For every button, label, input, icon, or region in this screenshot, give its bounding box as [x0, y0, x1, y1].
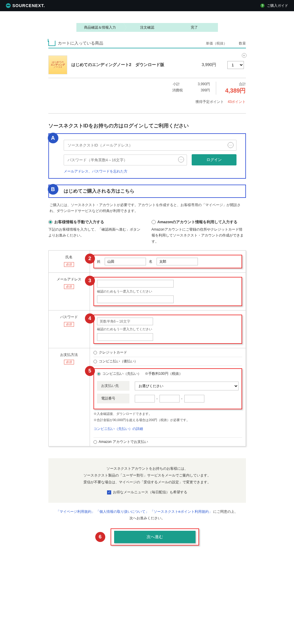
key-icon: ⋯	[178, 157, 184, 162]
login-section-title: ソースネクストIDをお持ちの方はログインしてご利用ください	[48, 122, 246, 129]
logo-icon	[6, 3, 11, 8]
first-purchase-desc: ご購入には、ソースネクスト・アカウントが必要です。アカウントを作成すると、お客様…	[48, 202, 246, 214]
step-badge-6: 6	[95, 532, 105, 542]
agree-tail: にご同意の上、	[213, 510, 238, 514]
login-box: A ⋯ ⋯ ログイン メールアドレス、パスワードを忘れた方	[48, 133, 246, 179]
cart-icon	[48, 41, 55, 46]
step-badge-5: 5	[85, 366, 95, 376]
amazon-radio[interactable]: Amazonのアカウント情報を利用して入力する	[152, 219, 246, 225]
progress-steps: 商品確認＆情報入力 注文確認 完了	[76, 23, 218, 32]
terms-mypage-link[interactable]: 「マイページ利用規約」	[56, 510, 95, 514]
subtotal-value: 3,990円	[198, 82, 210, 87]
pay-credit-label: クレジットカード	[99, 350, 127, 355]
pay-note-1: ※入金確認後、ダウンロードできます。	[93, 412, 242, 416]
payment-label: お支払方法	[52, 352, 86, 357]
required-tag: 必須	[64, 262, 74, 267]
radio-icon	[93, 360, 97, 363]
step-1: 商品確認＆情報入力	[76, 23, 124, 32]
pw-confirm-input[interactable]	[97, 333, 153, 341]
phone-sep: -	[181, 397, 183, 401]
col-qty-label: 数量	[239, 41, 246, 46]
mei-input[interactable]	[157, 258, 198, 265]
total-label: 合計	[225, 82, 246, 87]
pay-conv-post-option[interactable]: コンビニ払い（後払い）	[93, 357, 242, 366]
radio-icon	[152, 220, 156, 224]
agreement-line: 「マイページ利用規約」 「個人情報の取り扱いについて」 「ソースネクストeポイン…	[48, 509, 246, 521]
login-button[interactable]: ログイン	[192, 154, 236, 165]
mail-info-box: ソースネクストアカウントをお持ちのお客様には、 ソースネクスト製品の「ユーザー割…	[48, 458, 246, 503]
product-unit-price: 3,990円	[193, 62, 225, 68]
remove-item-button[interactable]: ×	[242, 53, 247, 58]
key-icon: ⋯	[228, 142, 234, 148]
email-input[interactable]	[97, 280, 174, 288]
pay-note-2: ※合計金額が30,000円を超える場合は200円（税抜）が必要です。	[93, 418, 242, 422]
phone-input-1[interactable]	[135, 395, 155, 402]
radio-icon	[97, 372, 101, 376]
pay-credit-option[interactable]: クレジットカード	[93, 348, 242, 357]
total-value: 4,389円	[225, 87, 246, 95]
name-highlight: 姓 名	[93, 255, 242, 268]
pay-amazon-option[interactable]: Amazon アカウントでお支払い	[93, 437, 242, 446]
points-label: 獲得予定ポイント	[196, 100, 224, 104]
pw-label: パスワード	[52, 315, 86, 320]
amazon-radio-desc: Amazonアカウントにご登録の住所やクレジットカード情報を利用してソースネクス…	[152, 226, 246, 244]
step-2: 注文確認	[124, 23, 171, 32]
sei-input[interactable]	[105, 258, 146, 265]
first-purchase-title: はじめてご購入される方はこちら	[64, 188, 134, 193]
pay-detail-link[interactable]: コンビニ払い（先払い）の詳細	[93, 426, 143, 431]
epoint-terms-link[interactable]: 「ソースネクストeポイント利用規約」	[150, 510, 212, 514]
product-thumbnail: はじめての エンディング ノート2	[48, 55, 67, 74]
phone-input-3[interactable]	[184, 395, 204, 402]
mei-label: 名	[149, 259, 152, 264]
required-tag: 必須	[64, 284, 74, 289]
radio-icon	[93, 351, 97, 354]
newsletter-checkbox[interactable]: ✓ お得なメールニュース（毎日配信）も希望する	[57, 489, 237, 496]
pay-conv-post-label: コンビニ払い（後払い）	[99, 359, 138, 364]
login-id-input[interactable]	[64, 140, 236, 151]
step-badge-3: 3	[85, 276, 95, 286]
radio-icon	[48, 220, 52, 224]
step-badge-2: 2	[85, 254, 95, 264]
step-badge-4: 4	[85, 313, 95, 323]
pw-input[interactable]	[97, 318, 153, 325]
manual-radio-label: お客様情報を手動で入力する	[54, 219, 104, 225]
phone-sep: -	[157, 397, 158, 401]
required-tag: 必須	[64, 322, 74, 327]
login-pw-input[interactable]	[64, 155, 187, 165]
pay-conv-pre-option[interactable]: コンビニ払い（先払い） ※手数料100円（税抜）	[97, 371, 239, 378]
pay-conv-pre-label: コンビニ払い（先払い） ※手数料100円（税抜）	[102, 371, 183, 376]
email-label: メールアドレス	[52, 277, 86, 282]
pw-highlight: 確認のためもう一度入力してください	[93, 315, 242, 344]
product-name: はじめてのエンディングノート2 ダウンロード版	[71, 62, 193, 68]
logo[interactable]: SOURCENEXT.	[6, 3, 45, 8]
tax-value: 399円	[201, 88, 210, 93]
totals: 小計3,990円 消費税399円 合計 4,389円	[48, 78, 246, 96]
manual-radio[interactable]: お客様情報を手動で入力する	[48, 219, 143, 225]
phone-input-2[interactable]	[160, 395, 180, 402]
email-confirm-note: 確認のためもう一度入力してください	[97, 289, 239, 294]
customer-form: 氏名 必須 2 姓 名 メールアドレス 必須 3	[48, 250, 246, 446]
forgot-link[interactable]: メールアドレス、パスワードを忘れた方	[64, 169, 127, 174]
logo-text: SOURCENEXT.	[12, 3, 45, 8]
phone-label: 電話番号	[97, 394, 129, 403]
points-value: 43ポイント	[228, 100, 246, 104]
guide-link[interactable]: ご購入ガイド	[267, 3, 288, 8]
required-tag: 必須	[64, 360, 74, 364]
quantity-select[interactable]: 1	[227, 61, 244, 69]
radio-icon	[93, 440, 97, 444]
pw-confirm-note: 確認のためもう一度入力してください	[97, 327, 239, 331]
badge-a: A	[48, 133, 58, 143]
manual-radio-desc: 下記のお客様情報を入力して、「確認画面へ進む」ボタンよりお進みください。	[48, 226, 143, 239]
email-confirm-input[interactable]	[97, 295, 174, 303]
help-icon[interactable]: ?	[260, 4, 265, 8]
email-highlight: 確認のためもう一度入力してください	[93, 277, 242, 306]
pay-dest-select[interactable]: お選びください	[135, 382, 239, 390]
input-method-options: お客様情報を手動で入力する 下記のお客様情報を入力して、「確認画面へ進む」ボタン…	[48, 219, 246, 244]
privacy-link[interactable]: 「個人情報の取り扱いについて」	[96, 510, 149, 514]
pay-dest-label: お支払い先	[97, 381, 129, 391]
info-line: ソースネクストアカウントをお持ちのお客様には、	[57, 465, 237, 472]
next-button-highlight: 次へ進む	[111, 528, 199, 546]
newsletter-label: お得なメールニュース（毎日配信）も希望する	[113, 489, 187, 496]
cart-header: カートに入っている商品 単価（税抜） 数量	[48, 41, 246, 48]
next-button[interactable]: 次へ進む	[114, 531, 196, 543]
